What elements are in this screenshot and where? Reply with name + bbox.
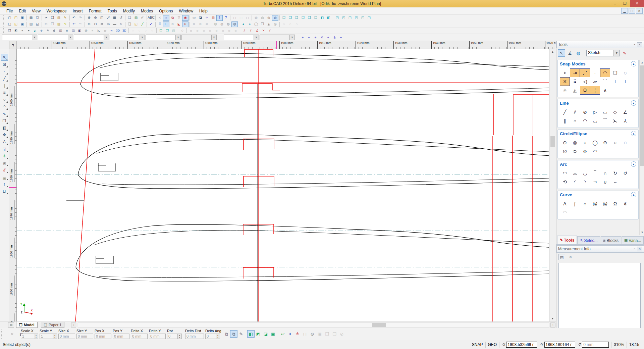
- ellipse-ratio-icon[interactable]: ◠: [590, 147, 600, 156]
- sheet-new-icon[interactable]: ❏: [126, 21, 133, 27]
- view-iso-3-icon[interactable]: ◳: [347, 15, 353, 21]
- circle-center-radius-icon[interactable]: ⊙: [560, 138, 570, 147]
- copy-icon[interactable]: ❐: [49, 15, 56, 21]
- collapse-chevron-icon[interactable]: ▲: [631, 161, 636, 167]
- frame-x-icon[interactable]: ▣: [316, 330, 323, 338]
- line-perp-icon[interactable]: ∠: [620, 108, 630, 116]
- render-hidden-icon[interactable]: ◍: [259, 15, 266, 21]
- snap-tangent-icon[interactable]: ⌒: [600, 77, 610, 86]
- scroll-down-arrow[interactable]: ▼: [550, 316, 555, 321]
- point-tool[interactable]: ·: [1, 68, 8, 75]
- sphere-dark-icon[interactable]: ●: [25, 28, 32, 34]
- workplane-2-icon[interactable]: ❒: [287, 15, 293, 21]
- slope-tool[interactable]: ⫻: [1, 166, 8, 173]
- ghost-2-icon[interactable]: ◌: [136, 28, 143, 34]
- zoom-out2-icon[interactable]: ⊖: [92, 21, 99, 27]
- menu-window[interactable]: Window: [176, 8, 196, 14]
- locked-3-icon[interactable]: ⊘: [338, 330, 345, 338]
- save-icon[interactable]: ▣: [19, 15, 25, 21]
- snap-node-icon[interactable]: ∙: [590, 68, 600, 77]
- snap-grid-icon[interactable]: ⠿: [570, 77, 580, 86]
- print2-icon[interactable]: ▤: [28, 21, 34, 27]
- field-input[interactable]: 0 mm ▲▼: [58, 334, 75, 339]
- field-input[interactable]: 0 mm ▲▼: [149, 334, 166, 339]
- tab-scroll-left[interactable]: ‹: [71, 322, 76, 328]
- node-edit-7-icon[interactable]: ⌖: [338, 35, 344, 40]
- field-input[interactable]: 1 ▲▼: [40, 334, 57, 339]
- node-edit-3-icon[interactable]: ⌖: [312, 35, 319, 40]
- mesh-edit-icon[interactable]: ◩: [13, 28, 19, 34]
- open2-icon[interactable]: ◰: [13, 21, 19, 27]
- line-parallel-icon[interactable]: ∥: [560, 116, 570, 125]
- snap-clear-icon[interactable]: ◁: [580, 77, 590, 86]
- ellipse-icon[interactable]: ⬭: [570, 147, 580, 156]
- frame-mode-icon[interactable]: ▣: [269, 330, 277, 338]
- arc-rot-icon[interactable]: ⟲: [560, 178, 570, 186]
- node-edit-6-icon[interactable]: ⋔: [331, 35, 338, 40]
- green-box-1-icon[interactable]: ❒: [158, 28, 164, 34]
- gray-box-icon[interactable]: ▬: [111, 21, 118, 27]
- folder-yellow-icon[interactable]: ◰: [133, 21, 139, 27]
- scroll-right-arrow[interactable]: ›: [550, 322, 555, 328]
- collapse-chevron-icon[interactable]: ▲: [631, 192, 636, 197]
- ghost-shape-icon[interactable]: ◇: [179, 28, 185, 34]
- tab-paper-1[interactable]: ❏ Paper 1: [41, 322, 64, 328]
- menu-view[interactable]: View: [29, 8, 44, 14]
- property-combo-2[interactable]: ▼: [38, 35, 73, 40]
- line-segment-icon[interactable]: ╱: [560, 108, 570, 116]
- ellipse-diag-icon[interactable]: ⊘: [580, 147, 590, 156]
- chart-icon[interactable]: ▥: [210, 15, 216, 21]
- parallel-tool[interactable]: ∥: [1, 82, 8, 89]
- snap-angle-icon[interactable]: ◣: [176, 21, 182, 27]
- assembly-6-icon[interactable]: ⧈: [220, 28, 226, 34]
- construction-lines-black[interactable]: [66, 84, 257, 321]
- y-coordinate-field[interactable]: 1868,180164 r: [544, 342, 575, 348]
- measure-3-icon[interactable]: ∡: [254, 28, 260, 34]
- chevron-down-icon[interactable]: ▼: [175, 35, 180, 40]
- line-rot-rect-icon[interactable]: ◇: [610, 108, 620, 116]
- spell-check-icon[interactable]: ABC: [148, 15, 154, 21]
- undo-icon[interactable]: ↶: [71, 15, 77, 21]
- white-box-icon[interactable]: ▭: [105, 21, 111, 27]
- dock-tool[interactable]: ⊔: [1, 188, 8, 195]
- ortho-mode-icon[interactable]: ∟: [163, 21, 169, 27]
- redo-icon[interactable]: ↷: [77, 15, 84, 21]
- measurement-info-header[interactable]: Measurement Info ◔ ✕: [556, 245, 644, 253]
- measurement-list-icon[interactable]: ▤: [558, 254, 565, 260]
- zoom-page-icon[interactable]: ▦: [111, 15, 118, 21]
- z-coordinate-field[interactable]: 0 mm: [582, 342, 609, 348]
- sphere-teal-icon[interactable]: ●: [247, 21, 253, 27]
- line-bisector-icon[interactable]: ⋋: [610, 116, 620, 125]
- field-input[interactable]: 0 mm ▲▼: [76, 334, 93, 339]
- scroll-down-arrow[interactable]: ▼: [640, 230, 644, 235]
- ghost-3-icon[interactable]: ◌: [143, 28, 149, 34]
- menu-options[interactable]: Options: [156, 8, 176, 14]
- multiline-tool[interactable]: ≡: [1, 89, 8, 96]
- panel-tab-variables[interactable]: ▦ Varia...: [622, 236, 644, 244]
- assembly-8-icon[interactable]: ⧈: [232, 28, 239, 34]
- torus-icon[interactable]: ◎: [272, 21, 278, 27]
- line-rect-icon[interactable]: ▭: [600, 108, 610, 116]
- lamp-2-icon[interactable]: ◌: [287, 21, 293, 27]
- sweep-tool[interactable]: ≀: [1, 181, 8, 188]
- array-copy-2-icon[interactable]: ⧈: [197, 21, 204, 27]
- property-combo-5[interactable]: ▼: [146, 35, 181, 40]
- donut-icon[interactable]: ◎: [83, 28, 89, 34]
- open-icon[interactable]: ◰: [13, 15, 19, 21]
- snap-perp-h-icon[interactable]: ⊤: [620, 77, 630, 86]
- eraser-tool[interactable]: ◛: [1, 173, 8, 181]
- tab-model[interactable]: ❒ Model: [16, 322, 38, 328]
- bool-subtract-icon[interactable]: ◧: [76, 28, 83, 34]
- zoom-previous-icon[interactable]: ↺: [118, 15, 124, 21]
- arc-start-end-icon[interactable]: ◡: [580, 169, 590, 178]
- line-polygon-icon[interactable]: ▷: [590, 108, 600, 116]
- arc-ratio-icon[interactable]: ⌣: [610, 178, 620, 186]
- curve-3d-icon[interactable]: ∿: [108, 28, 115, 34]
- solid-tool[interactable]: ◧: [1, 124, 8, 131]
- facet-icon[interactable]: ◺: [96, 28, 102, 34]
- loft-icon[interactable]: ≶: [51, 28, 57, 34]
- line-tan-two-icon[interactable]: ◡: [590, 116, 600, 125]
- lights-icon[interactable]: ▽: [176, 15, 182, 21]
- workplane-8-icon[interactable]: ◧: [325, 15, 332, 21]
- move-tool[interactable]: ✥: [1, 131, 8, 138]
